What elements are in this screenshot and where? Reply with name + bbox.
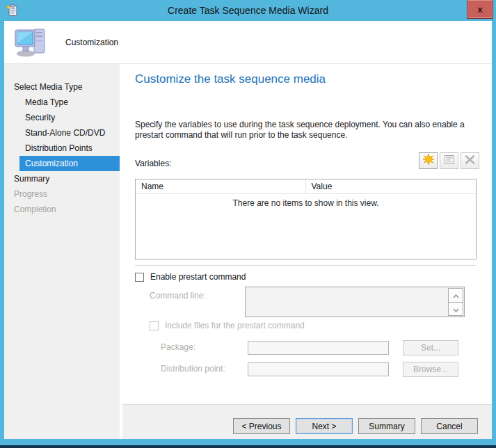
page-description: Specify the variables to use during the … [135,120,486,141]
include-files-label: Include files for the prestart command [165,321,305,330]
sidebar-item-distribution-points[interactable]: Distribution Points [4,141,120,156]
sidebar-item-media-type[interactable]: Media Type [4,95,120,110]
close-button[interactable]: x [467,0,493,19]
command-line-textarea [246,287,447,317]
sidebar-item-security[interactable]: Security [4,110,120,125]
delete-button [461,152,479,169]
window-bottom-edge [0,445,496,448]
delete-x-icon [465,154,475,167]
wizard-window: Create Task Sequence Media Wizard x [0,0,496,448]
include-files-row: Include files for the prestart command [150,321,305,330]
wizard-header: Customization [4,21,492,64]
summary-button[interactable]: Summary [358,418,415,434]
cancel-button[interactable]: Cancel [421,418,478,434]
sidebar-item-customization[interactable]: Customization [19,156,120,171]
name-column-header[interactable]: Name [136,179,306,193]
previous-button[interactable]: < Previous [233,418,290,434]
enable-prestart-row: Enable prestart command [135,272,246,282]
section-divider [135,265,477,266]
scroll-up-button [448,288,463,303]
sidebar-item-summary[interactable]: Summary [4,171,120,186]
command-line-scrollbar [448,288,463,316]
chevron-down-icon [453,303,459,315]
wizard-step-title: Customization [65,38,118,47]
window-title: Create Task Sequence Media Wizard [0,5,496,16]
page-title: Customize the task sequence media [135,72,326,86]
command-line-label: Command line: [150,291,206,301]
properties-button [440,152,458,169]
next-button[interactable]: Next > [296,418,353,434]
close-icon: x [477,4,482,15]
value-column-header[interactable]: Value [306,179,477,193]
set-button: Set... [403,340,458,355]
variables-toolbar [419,152,479,169]
wizard-dialog: Customization Select Media Type Media Ty… [4,21,492,439]
properties-icon [445,154,454,167]
package-field [248,341,389,355]
empty-list-message: There are no items to show in this view. [136,198,476,208]
sidebar-item-progress: Progress [4,186,120,202]
titlebar: Create Task Sequence Media Wizard x [0,0,496,21]
enable-prestart-checkbox[interactable] [135,273,144,282]
variables-list[interactable]: Name Value There are no items to show in… [135,179,477,259]
include-files-checkbox [150,321,159,330]
customization-page: Customize the task sequence media Specif… [122,64,492,404]
distribution-point-field [248,362,389,376]
wizard-footer: < Previous Next > Summary Cancel [122,404,492,439]
wizard-app-icon [6,3,19,17]
distribution-point-label: Distribution point: [161,364,225,374]
wizard-steps-sidebar: Select Media Type Media Type Security St… [4,64,120,439]
package-label: Package: [161,342,195,352]
variables-list-header: Name Value [136,179,476,194]
wizard-body: Select Media Type Media Type Security St… [4,64,492,439]
scroll-down-button [448,302,463,317]
variables-label: Variables: [135,159,171,168]
sidebar-item-stand-alone-cd-dvd[interactable]: Stand-Alone CD/DVD [4,125,120,141]
sidebar-item-select-media-type[interactable]: Select Media Type [4,79,120,95]
command-line-field [245,287,465,317]
new-variable-button[interactable] [419,152,438,169]
browse-button: Browse... [403,362,458,377]
chevron-up-icon [453,289,459,301]
sidebar-item-completion: Completion [4,202,120,217]
new-star-icon [423,154,434,168]
computer-icon [14,26,50,58]
enable-prestart-label: Enable prestart command [150,272,246,282]
